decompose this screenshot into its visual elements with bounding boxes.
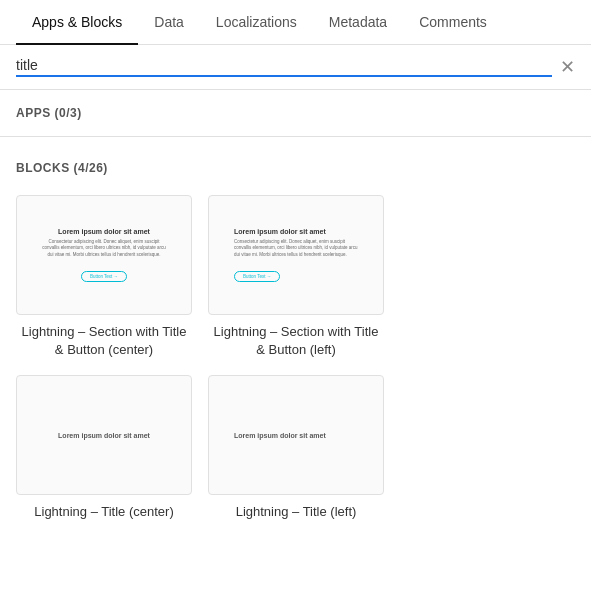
block-card-2[interactable]: Lorem ipsum dolor sit amet Consectetur a… [208, 195, 384, 359]
preview-title-1: Lorem ipsum dolor sit amet [42, 228, 166, 235]
divider-apps [0, 136, 591, 137]
block-preview-1: Lorem ipsum dolor sit amet Consectetur a… [16, 195, 192, 315]
block-preview-4: Lorem ipsum dolor sit amet [208, 375, 384, 495]
blocks-section-header: BLOCKS (4/26) [0, 145, 591, 183]
tab-metadata[interactable]: Metadata [313, 0, 403, 44]
blocks-grid: Lorem ipsum dolor sit amet Consectetur a… [0, 183, 591, 538]
block-label-2: Lightning – Section with Title & Button … [208, 323, 384, 359]
tab-apps-blocks[interactable]: Apps & Blocks [16, 0, 138, 44]
preview-title-4: Lorem ipsum dolor sit amet [234, 432, 358, 439]
block-label-4: Lightning – Title (left) [208, 503, 384, 521]
block-label-1: Lightning – Section with Title & Button … [16, 323, 192, 359]
preview-title-3: Lorem ipsum dolor sit amet [42, 432, 166, 439]
preview-button-1: Button Text → [81, 271, 127, 282]
tab-localizations[interactable]: Localizations [200, 0, 313, 44]
preview-title-2: Lorem ipsum dolor sit amet [234, 228, 358, 235]
preview-text-1: Consectetur adipiscing elit. Donec aliqu… [42, 239, 166, 258]
block-card-1[interactable]: Lorem ipsum dolor sit amet Consectetur a… [16, 195, 192, 359]
tab-comments[interactable]: Comments [403, 0, 503, 44]
block-preview-2: Lorem ipsum dolor sit amet Consectetur a… [208, 195, 384, 315]
block-card-3[interactable]: Lorem ipsum dolor sit amet Lightning – T… [16, 375, 192, 521]
tabs-bar: Apps & Blocks Data Localizations Metadat… [0, 0, 591, 45]
block-label-3: Lightning – Title (center) [16, 503, 192, 521]
clear-icon[interactable]: ✕ [560, 58, 575, 76]
tab-data[interactable]: Data [138, 0, 200, 44]
block-card-4[interactable]: Lorem ipsum dolor sit amet Lightning – T… [208, 375, 384, 521]
search-bar: ✕ [0, 45, 591, 90]
apps-section-header: APPS (0/3) [0, 90, 591, 128]
search-input[interactable] [16, 57, 552, 77]
preview-text-2: Consectetur adipiscing elit. Donec aliqu… [234, 239, 358, 258]
preview-button-2: Button Text → [234, 271, 280, 282]
block-preview-3: Lorem ipsum dolor sit amet [16, 375, 192, 495]
